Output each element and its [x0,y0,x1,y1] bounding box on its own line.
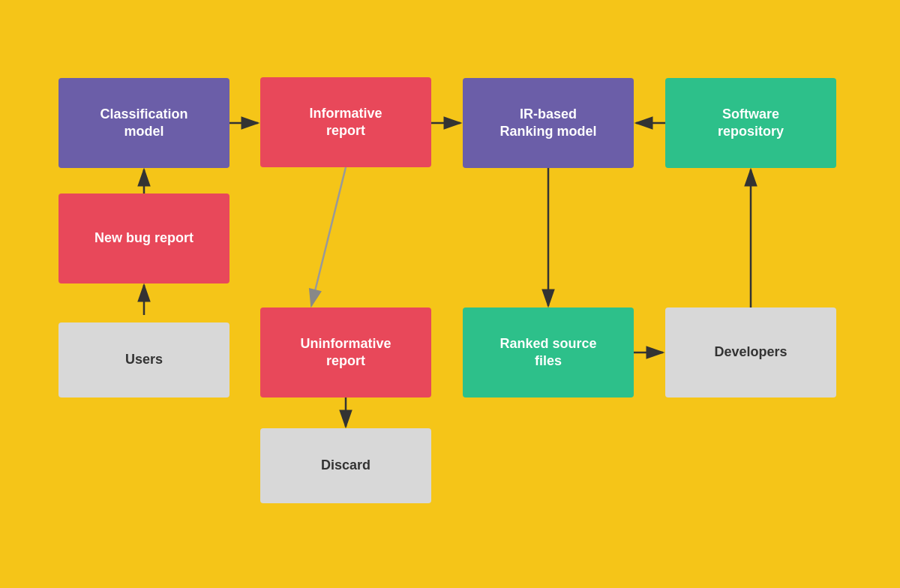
uninformative-report-node: Uninformativereport [260,308,431,398]
software-repository-label: Softwarerepository [718,106,784,141]
ir-ranking-model-label: IR-basedRanking model [500,106,596,141]
diagram-container: Classificationmodel Informativereport IR… [0,0,900,588]
software-repository-node: Softwarerepository [665,78,836,168]
ir-ranking-model-node: IR-basedRanking model [463,78,634,168]
informative-report-label: Informativereport [309,105,382,140]
new-bug-report-node: New bug report [58,194,230,284]
ranked-source-files-label: Ranked sourcefiles [500,335,596,370]
discard-node: Discard [260,428,431,503]
users-label: Users [125,351,163,368]
ranked-source-files-node: Ranked sourcefiles [463,308,634,398]
developers-node: Developers [665,308,836,398]
developers-label: Developers [714,344,787,361]
svg-marker-0 [0,0,8,5]
users-node: Users [58,322,230,398]
svg-marker-1 [0,0,8,5]
informative-report-node: Informativereport [260,77,431,167]
uninformative-report-label: Uninformativereport [300,335,391,370]
new-bug-report-label: New bug report [94,230,194,247]
classification-model-label: Classificationmodel [100,106,188,141]
svg-line-7 [311,167,346,306]
discard-label: Discard [321,457,370,474]
classification-model-node: Classificationmodel [58,78,230,168]
